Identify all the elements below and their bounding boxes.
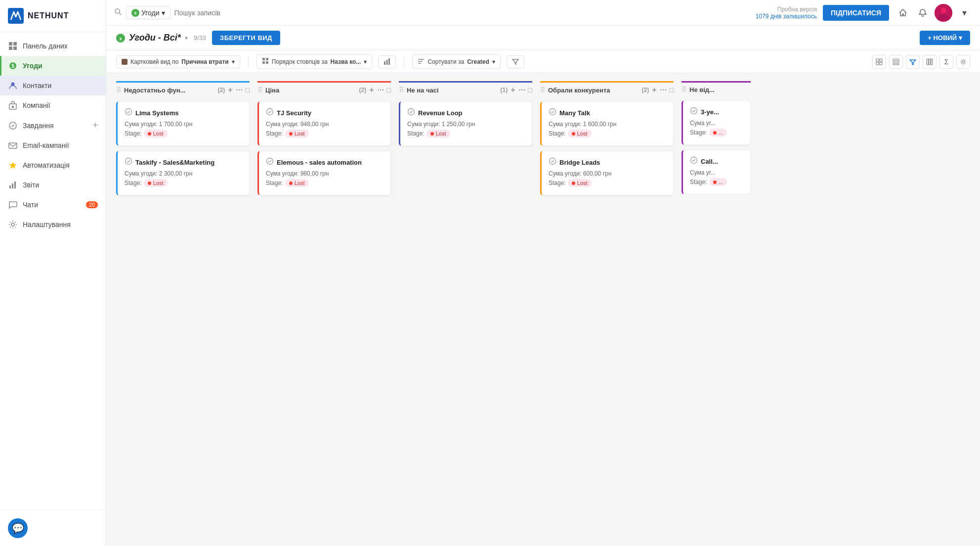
settings-icon — [8, 220, 18, 229]
col-count-col1: (2) — [218, 87, 225, 93]
sidebar-item-email[interactable]: Email-кампанії — [0, 136, 106, 155]
filter-view-value: Причина втрати — [181, 58, 228, 65]
col-expand-col3[interactable]: □ — [528, 86, 532, 94]
table-row[interactable]: Lima Systems Сума угоди: 1 700,00 грн St… — [116, 101, 250, 146]
kanban-board: ⠿ Недостатньо фун... (2) + ⋯ □ Lima Syst… — [106, 73, 980, 546]
col-drag-handle-col1[interactable]: ⠿ — [116, 86, 121, 94]
col-more-col3[interactable]: ⋯ — [518, 86, 525, 94]
col-expand-col2[interactable]: □ — [387, 86, 391, 94]
view-title-dropdown[interactable]: ▾ — [185, 35, 188, 42]
sidebar-item-companies[interactable]: Компанії — [0, 95, 106, 115]
sidebar-item-automation[interactable]: Автоматизація — [0, 155, 106, 175]
sidebar-item-reports[interactable]: Звіти — [0, 175, 106, 195]
tasks-add-icon[interactable]: + — [92, 120, 98, 131]
table-row[interactable]: Revenue Loop Сума угоди: 1 250,00 грн St… — [399, 101, 532, 146]
sum-icon[interactable]: Σ — [939, 55, 953, 69]
col-more-col1[interactable]: ⋯ — [236, 86, 243, 94]
col-add-col3[interactable]: + — [511, 86, 515, 94]
svg-rect-13 — [9, 185, 11, 188]
chats-icon — [8, 200, 18, 210]
user-avatar[interactable] — [935, 4, 952, 22]
view-icons: Σ — [872, 55, 970, 69]
col-add-col1[interactable]: + — [228, 86, 232, 94]
col-expand-col1[interactable]: □ — [246, 86, 250, 94]
view-header: $ Угоди - Всі* ▾ 9/33 ЗБЕРЕГТИ ВИД + НОВ… — [106, 26, 980, 50]
sidebar-item-email-label: Email-кампанії — [23, 141, 69, 149]
table-row[interactable]: Taskify - Sales&Marketing Сума угоди: 2 … — [116, 151, 250, 195]
view-title: Угоди - Всі* — [129, 33, 181, 43]
col-add-col4[interactable]: + — [652, 86, 656, 94]
list-view-icon[interactable] — [889, 55, 903, 69]
svg-point-44 — [126, 109, 132, 115]
kanban-column-col4: ⠿ Обрали конкурента (2) + ⋯ □ Many Talk … — [540, 81, 674, 195]
card-title-row: 3-ye... — [690, 107, 743, 117]
sidebar-item-chats[interactable]: Чати 20 — [0, 195, 106, 215]
sidebar-item-tasks[interactable]: Завдання + — [0, 115, 106, 136]
svg-rect-34 — [880, 59, 882, 61]
card-stage: Stage: Lost — [266, 130, 383, 137]
table-row[interactable]: Many Talk Сума угоди: 1 600,00 грн Stage… — [540, 101, 674, 146]
sidebar-item-contacts[interactable]: Контакти — [0, 76, 106, 95]
user-menu-icon[interactable]: ▾ — [956, 5, 972, 21]
chat-support-button[interactable]: 💬 — [8, 518, 28, 538]
deals-icon: $ — [8, 61, 18, 71]
card-stage: Stage: ... — [690, 129, 743, 136]
sidebar-item-settings[interactable]: Налаштування — [0, 215, 106, 234]
sort-filter[interactable]: Сортувати за Created ▾ — [412, 54, 500, 69]
chart-btn[interactable] — [378, 55, 396, 68]
table-row[interactable]: TJ Security Сума угоди: 948,00 грн Stage… — [257, 101, 391, 146]
filter-separator-2 — [404, 56, 404, 68]
col-add-col2[interactable]: + — [369, 86, 374, 94]
col-drag-handle-col2[interactable]: ⠿ — [257, 86, 262, 94]
card-title-row: TJ Security — [266, 108, 383, 118]
card-check-icon — [266, 157, 274, 167]
sidebar-item-deals[interactable]: $ Угоди — [0, 56, 106, 76]
card-title-row: Lima Systems — [125, 108, 242, 118]
table-row[interactable]: Elemous - sales automation Сума угоди: 9… — [257, 151, 391, 195]
col-drag-handle-col3[interactable]: ⠿ — [399, 86, 404, 94]
col-expand-col4[interactable]: □ — [670, 86, 674, 94]
order-by-filter[interactable]: Порядок стовпців за Назва ко... ▾ — [256, 54, 373, 69]
home-icon[interactable] — [895, 5, 911, 21]
card-amount: Сума угоди: 600,00 грн — [549, 170, 666, 177]
card-stage: Stage: Lost — [125, 179, 242, 187]
card-title: Lima Systems — [135, 109, 178, 117]
pipeline-selector[interactable]: $ Угоди ▾ — [126, 6, 170, 19]
svg-rect-3 — [9, 46, 12, 50]
filter-separator-1 — [248, 56, 249, 68]
stage-badge: Lost — [285, 130, 309, 137]
settings-columns-icon[interactable] — [956, 55, 970, 69]
sort-value: Created — [467, 58, 489, 65]
card-view-filter[interactable]: Картковий вид по Причина втрати ▾ — [116, 55, 240, 68]
save-view-button[interactable]: ЗБЕРЕГТИ ВИД — [212, 31, 280, 45]
logo-area[interactable]: NetHunt — [0, 0, 106, 32]
subscribe-button[interactable]: ПІДПИСАТИСЯ — [823, 5, 889, 21]
table-row[interactable]: Call... Сума уг... Stage: ... — [682, 150, 751, 194]
table-row[interactable]: Bridge Leads Сума угоди: 600,00 грн Stag… — [540, 151, 674, 195]
svg-rect-1 — [9, 42, 12, 46]
col-more-col4[interactable]: ⋯ — [660, 86, 667, 94]
kanban-column-col5: ⠿ Не від... 3-ye... Сума уг... Stage: ..… — [682, 81, 751, 194]
sidebar-item-dashboard[interactable]: Панель даних — [0, 36, 106, 56]
order-value: Назва ко... — [331, 58, 361, 65]
filter-active-icon[interactable] — [906, 55, 920, 69]
card-amount: Сума уг... — [690, 169, 743, 176]
col-drag-handle-col4[interactable]: ⠿ — [540, 86, 545, 94]
table-row[interactable]: 3-ye... Сума уг... Stage: ... — [682, 100, 751, 145]
grid-view-icon[interactable] — [872, 55, 886, 69]
search-input[interactable] — [174, 9, 750, 17]
card-title: Revenue Loop — [418, 109, 463, 117]
notifications-icon[interactable] — [915, 5, 931, 21]
svg-point-16 — [11, 223, 14, 226]
card-title: TJ Security — [277, 109, 311, 117]
columns-icon[interactable] — [923, 55, 937, 69]
filter-funnel-btn[interactable] — [507, 55, 524, 68]
new-record-button[interactable]: + НОВИЙ ▾ — [920, 31, 970, 45]
card-title-row: Bridge Leads — [549, 157, 666, 167]
col-more-col2[interactable]: ⋯ — [377, 86, 384, 94]
topbar: $ Угоди ▾ Пробна версія 1079 днів залиши… — [106, 0, 980, 26]
nethunt-logo-icon — [8, 8, 24, 24]
col-drag-handle-col5[interactable]: ⠿ — [682, 86, 686, 93]
card-amount: Сума угоди: 1 700,00 грн — [125, 121, 242, 128]
svg-point-21 — [940, 8, 946, 14]
